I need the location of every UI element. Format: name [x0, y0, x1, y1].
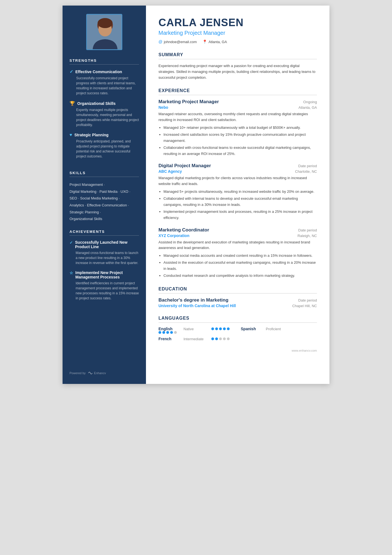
candidate-title: Marketing Project Manager — [158, 30, 317, 36]
svg-point-3 — [98, 18, 113, 28]
strength-desc-3: Proactively anticipated, planned, and ad… — [70, 139, 139, 159]
dot-empty — [174, 331, 177, 334]
job-date: Ongoing — [303, 100, 317, 104]
profile-photo — [86, 14, 122, 50]
dot-filled — [219, 327, 222, 330]
job-location: Raleigh, NC — [297, 234, 317, 238]
trophy-icon: 🏆 — [70, 101, 75, 106]
job-location: Charlotte, NC — [295, 169, 317, 174]
location-value: Atlanta, GA — [209, 40, 227, 44]
strength-desc-1: Successfully communicated project progre… — [70, 76, 139, 96]
achievement-item: ☆ Implemented New Project Management Pro… — [70, 270, 139, 301]
enhancv-logo: Enhancv — [88, 371, 106, 376]
achievement-item: ✓ Successfully Launched New Product Line… — [70, 240, 139, 265]
language-row: English Native Spanish Proficient — [158, 327, 317, 334]
dot-empty — [223, 337, 226, 340]
achievement-title-2: ☆ Implemented New Project Management Pro… — [70, 270, 139, 279]
summary-text: Experienced marketing project manager wi… — [158, 63, 317, 80]
skill-item: Organizational Skills — [70, 216, 139, 223]
skills-list: Project Management · Digital Marketing ·… — [70, 181, 139, 223]
checkmark-icon: ✓ — [70, 69, 73, 74]
language-level: Native — [183, 327, 211, 331]
exp-company-line: Nebo Atlanta, GA — [158, 105, 317, 110]
degree-title: Bachelor's degree in Marketing — [158, 297, 229, 303]
languages-section-title: LANGUAGES — [158, 316, 317, 323]
bullet-item: Managed 10+ retainer projects simultaneo… — [163, 125, 317, 131]
strength-title-3: ♥ Strategic Planning — [70, 132, 139, 137]
brand-name: Enhancv — [94, 371, 106, 375]
location-contact: 📍 Atlanta, GA — [202, 40, 227, 44]
education-section: EDUCATION Bachelor's degree in Marketing… — [158, 287, 317, 308]
location-icon: 📍 — [202, 40, 207, 44]
photo-area — [70, 14, 139, 50]
bullet-item: Conducted market research and competitiv… — [163, 273, 317, 279]
skill-item: SEO · Social Media Marketing · — [70, 195, 139, 202]
strength-title-2: 🏆 Organizational Skills — [70, 101, 139, 106]
email-icon: @ — [158, 40, 162, 44]
dot-filled — [170, 331, 173, 334]
education-item: Bachelor's degree in Marketing Date peri… — [158, 297, 317, 308]
strengths-title: STRENGTHS — [70, 58, 139, 65]
job-date: Date period — [298, 164, 317, 168]
dot-filled — [158, 331, 161, 334]
job-desc: Managed retainer accounts, overseeing mo… — [158, 111, 317, 123]
bullet-item: Implemented project management tools and… — [163, 209, 317, 221]
languages-section: LANGUAGES English Native Spanish Profici… — [158, 316, 317, 341]
dot-empty — [219, 337, 222, 340]
achievement-desc-1: Managed cross-functional teams to launch… — [70, 250, 139, 265]
dot-filled — [166, 331, 169, 334]
dot-filled — [215, 327, 218, 330]
language-dots — [211, 337, 230, 340]
exp-header: Marketing Coordinator Date period — [158, 227, 317, 233]
job-location: Atlanta, GA — [299, 105, 317, 110]
job-bullets: Managed social media accounts and create… — [158, 253, 317, 279]
bullet-item: Managed 5+ projects simultaneously, resu… — [163, 189, 317, 195]
exp-header: Digital Project Manager Date period — [158, 163, 317, 169]
skill-item: Strategic Planning · — [70, 209, 139, 216]
job-title: Digital Project Manager — [158, 163, 211, 169]
strength-title-1: ✓ Effective Communication — [70, 69, 139, 74]
education-section-title: EDUCATION — [158, 287, 317, 293]
experience-item: Digital Project Manager Date period ABC … — [158, 163, 317, 221]
achievement-title-1: ✓ Successfully Launched New Product Line — [70, 240, 139, 249]
photo-placeholder — [87, 15, 121, 49]
candidate-name: CARLA JENSEN — [158, 17, 317, 29]
star-icon: ☆ — [70, 271, 73, 275]
main-footer: www.enhancv.com — [158, 349, 317, 352]
job-bullets: Managed 5+ projects simultaneously, resu… — [158, 189, 317, 221]
edu-school-line: University of North Carolina at Chapel H… — [158, 304, 317, 308]
skills-section: SKILLS Project Management · Digital Mark… — [70, 171, 139, 223]
resume-container: STRENGTHS ✓ Effective Communication Succ… — [63, 6, 329, 384]
job-title: Marketing Project Manager — [158, 99, 219, 105]
bullet-item: Collaborated with internal teams to deve… — [163, 196, 317, 208]
strengths-section: STRENGTHS ✓ Effective Communication Succ… — [70, 58, 139, 164]
dot-filled — [223, 327, 226, 330]
achievements-section: ACHIEVEMENTS ✓ Successfully Launched New… — [70, 230, 139, 306]
bullet-item: Increased client satisfaction scores by … — [163, 132, 317, 144]
checkmark-icon: ✓ — [70, 240, 73, 245]
powered-by-label: Powered by — [70, 371, 86, 375]
dot-filled — [211, 337, 214, 340]
heart-icon: ♥ — [70, 132, 72, 137]
job-desc: Managed digital marketing projects for c… — [158, 175, 317, 187]
school-location: Chapel Hill, NC — [292, 304, 317, 308]
exp-company-line: XYZ Corporation Raleigh, NC — [158, 233, 317, 238]
website-link: www.enhancv.com — [292, 349, 317, 352]
company-name: XYZ Corporation — [158, 233, 189, 238]
skill-item: Project Management · — [70, 181, 139, 188]
summary-section-title: SUMMARY — [158, 52, 317, 59]
language-name: English — [158, 327, 183, 331]
achievement-desc-2: Identified inefficiencies in current pro… — [70, 281, 139, 301]
skill-item: Analytics · Effective Communication · — [70, 202, 139, 209]
job-bullets: Managed 10+ retainer projects simultaneo… — [158, 125, 317, 157]
contact-line: @ johndoe@email.com 📍 Atlanta, GA — [158, 40, 317, 44]
experience-section-title: EXPERIENCE — [158, 88, 317, 95]
company-name: ABC Agency — [158, 169, 182, 174]
exp-company-line: ABC Agency Charlotte, NC — [158, 169, 317, 174]
dot-filled — [162, 331, 165, 334]
company-name: Nebo — [158, 105, 168, 110]
strength-item: 🏆 Organizational Skills Expertly managed… — [70, 101, 139, 127]
strength-desc-2: Expertly managed multiple projects simul… — [70, 107, 139, 127]
job-title: Marketing Coordinator — [158, 227, 209, 233]
dot-filled — [227, 327, 230, 330]
